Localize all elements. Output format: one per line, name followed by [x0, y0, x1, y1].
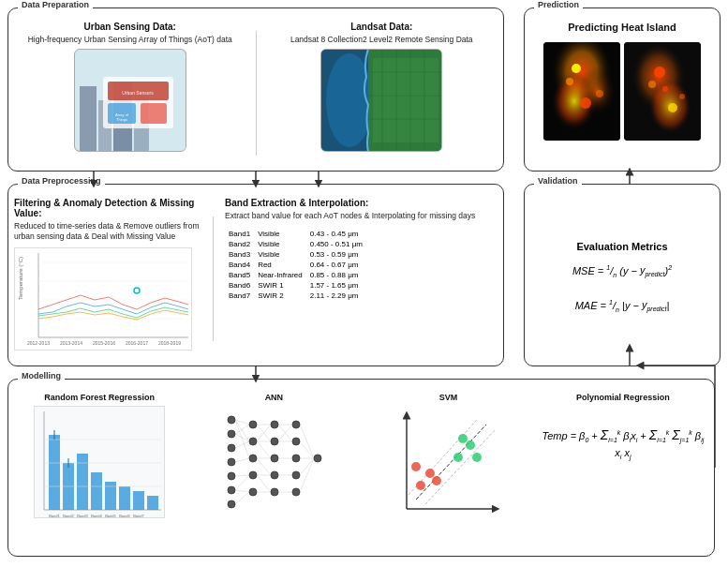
svg-point-148 — [425, 469, 435, 478]
svg-point-88 — [228, 458, 235, 466]
filtering-section: Filtering & Anomaly Detection & Missing … — [14, 198, 201, 360]
svg-line-127 — [257, 475, 271, 492]
svg-text:Urban Sensors: Urban Sensors — [122, 90, 154, 96]
rf-chart: Band1 Band2 Band3 Band4 Band5 Band6 Band… — [34, 406, 165, 518]
band-row: Band6SWIR 11.57 - 1.65 μm — [225, 280, 366, 291]
svg-point-149 — [411, 462, 421, 471]
svg-rect-10 — [80, 86, 97, 152]
svg-point-85 — [228, 416, 235, 424]
heatmap-image-2 — [624, 42, 701, 141]
svg-rect-48 — [15, 248, 192, 351]
svg-text:2016-2017: 2016-2017 — [126, 340, 148, 346]
svg-point-101 — [271, 488, 278, 496]
svg-point-102 — [292, 421, 300, 428]
svg-rect-42 — [624, 42, 701, 141]
landsat-image — [320, 49, 442, 152]
validation-label: Validation — [534, 176, 582, 186]
svm-title: SVM — [439, 393, 458, 402]
svg-line-136 — [300, 425, 314, 458]
svg-point-36 — [572, 64, 581, 73]
ann-title: ANN — [265, 393, 284, 402]
svg-text:2012-2013: 2012-2013 — [27, 340, 50, 346]
svg-line-115 — [235, 475, 249, 476]
rf-section: Random Forest Regression — [16, 393, 183, 550]
svg-point-93 — [249, 438, 257, 445]
data-prep-label: Data Preparation — [18, 0, 93, 9]
svg-text:Band6: Band6 — [119, 514, 130, 518]
band-title: Band Extraction & Interpolation: — [225, 198, 498, 208]
svm-section: SVM — [365, 393, 532, 550]
prediction-box: Prediction Predicting Heat Island — [524, 7, 721, 172]
svg-rect-72 — [147, 496, 158, 510]
svg-point-44 — [648, 81, 656, 88]
urban-image: Urban Sensors Array of Things — [74, 49, 186, 152]
svg-text:Temperature (°C): Temperature (°C) — [18, 257, 23, 300]
svg-point-89 — [228, 472, 235, 480]
svg-rect-67 — [77, 454, 88, 510]
band-row: Band4Red0.64 - 0.67 μm — [225, 260, 366, 270]
svg-point-151 — [453, 453, 463, 462]
band-row: Band2Visible0.450 - 0.51 μm — [225, 239, 366, 249]
svg-point-94 — [249, 455, 257, 462]
urban-title: Urban Sensing Data: — [84, 22, 176, 32]
modelling-label: Modelling — [18, 371, 65, 380]
svg-point-153 — [458, 434, 468, 443]
svg-line-139 — [300, 458, 314, 475]
svg-line-108 — [235, 420, 249, 425]
ann-diagram — [217, 406, 330, 518]
svg-text:Band2: Band2 — [63, 514, 74, 518]
filtering-title: Filtering & Anomaly Detection & Missing … — [14, 198, 201, 218]
svg-point-43 — [654, 67, 665, 78]
svg-point-90 — [228, 486, 235, 494]
svg-point-45 — [668, 103, 677, 112]
svg-line-123 — [257, 441, 271, 458]
svm-diagram — [397, 406, 500, 518]
prediction-title: Predicting Heat Island — [568, 22, 676, 33]
svg-rect-35 — [543, 42, 620, 141]
svg-point-38 — [580, 97, 591, 109]
svg-line-140 — [300, 458, 314, 492]
data-preprocessing-box: Data Preprocessing Filtering & Anomaly D… — [7, 184, 504, 366]
band-row: Band7SWIR 22.11 - 2.29 μm — [225, 291, 366, 301]
svg-text:Things: Things — [116, 117, 127, 122]
svg-point-91 — [228, 500, 235, 508]
svg-point-103 — [292, 438, 300, 445]
svg-point-96 — [249, 488, 257, 496]
data-preparation-box: Data Preparation Urban Sensing Data: Hig… — [7, 7, 504, 172]
modelling-box: Modelling Random Forest Regression — [7, 379, 715, 557]
poly-formula: Temp = β0 + Σi=1k βixi + Σi=1k Σj=1k βij… — [540, 425, 706, 463]
rf-title: Random Forest Regression — [44, 393, 155, 402]
svg-point-95 — [249, 471, 257, 479]
svg-line-118 — [235, 492, 249, 504]
filtering-desc: Reduced to time-series data & Remove out… — [14, 221, 201, 242]
svg-point-100 — [271, 471, 278, 479]
urban-sensing-section: Urban Sensing Data: High-frequency Urban… — [16, 22, 245, 165]
svg-rect-68 — [91, 472, 102, 510]
svg-line-112 — [235, 434, 249, 441]
svg-point-107 — [314, 455, 321, 462]
main-container: Data Preparation Urban Sensing Data: Hig… — [0, 0, 728, 567]
landsat-section: Landsat Data: Landsat 8 Collection2 Leve… — [268, 22, 497, 165]
svg-line-109 — [235, 420, 249, 441]
svg-text:2013-2014: 2013-2014 — [60, 340, 82, 346]
svg-text:Band1: Band1 — [49, 514, 60, 518]
svg-line-125 — [257, 458, 271, 475]
mae-formula: MAE = 1/n |y − ypredict| — [575, 299, 670, 313]
urban-desc: High-frequency Urban Sensing Array of Th… — [28, 35, 232, 45]
svg-point-99 — [271, 455, 278, 462]
svg-text:Band3: Band3 — [77, 514, 88, 518]
svg-rect-141 — [397, 406, 500, 518]
svg-point-46 — [679, 94, 685, 99]
band-extraction-section: Band Extraction & Interpolation: Extract… — [225, 198, 498, 360]
mse-formula: MSE = 1/n (y − ypredict)2 — [572, 264, 672, 278]
svg-point-47 — [662, 86, 668, 92]
svg-point-106 — [292, 488, 300, 496]
svg-text:Band4: Band4 — [91, 514, 102, 518]
svg-point-152 — [466, 440, 475, 450]
svg-point-104 — [292, 455, 300, 462]
svg-text:Band5: Band5 — [105, 514, 116, 518]
heatmap-container — [543, 42, 701, 141]
svg-point-87 — [228, 444, 235, 452]
timeseries-chart: Temperature (°C) 20 — [14, 247, 192, 351]
band-row: Band3Visible0.53 - 0.59 μm — [225, 249, 366, 260]
